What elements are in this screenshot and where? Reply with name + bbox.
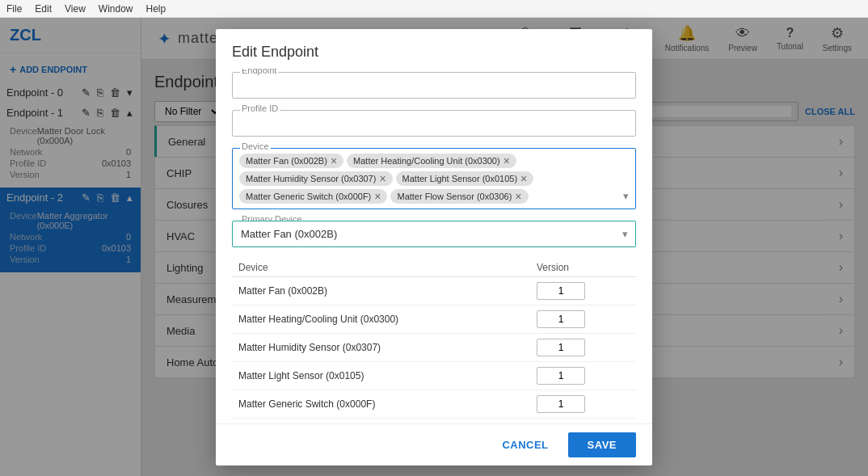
- table-row: Matter Light Sensor (0x0105): [232, 361, 636, 390]
- profile-id-input[interactable]: 0x0103: [232, 110, 636, 137]
- menu-view[interactable]: View: [65, 3, 86, 15]
- endpoint-field: Endpoint 2: [232, 72, 636, 99]
- table-version-cell: [530, 305, 636, 333]
- table-row: Matter Humidity Sensor (0x0307): [232, 333, 636, 361]
- table-device-header: Device: [232, 259, 530, 277]
- modal-overlay: Edit Endpoint Endpoint 2 Profile ID 0x01…: [0, 18, 868, 476]
- profile-id-field: Profile ID 0x0103: [232, 110, 636, 137]
- version-input[interactable]: [537, 395, 585, 413]
- menu-edit[interactable]: Edit: [35, 3, 52, 15]
- device-field-label: Device: [240, 141, 271, 151]
- modal-footer: CANCEL SAVE: [216, 423, 652, 465]
- chip-switch: Matter Generic Switch (0x000F) ×: [239, 189, 387, 204]
- chip-flow-label: Matter Flow Sensor (0x0306): [397, 192, 512, 201]
- table-device-cell: Matter Generic Switch (0x000F): [232, 390, 530, 418]
- save-button[interactable]: SAVE: [568, 432, 636, 457]
- chip-heating-label: Matter Heating/Cooling Unit (0x0300): [353, 156, 500, 166]
- chip-heating-close[interactable]: ×: [504, 155, 510, 166]
- menu-window[interactable]: Window: [99, 3, 133, 15]
- table-device-cell: Matter Light Sensor (0x0105): [232, 361, 530, 390]
- device-chips-container[interactable]: Matter Fan (0x002B) × Matter Heating/Coo…: [232, 148, 636, 209]
- edit-endpoint-modal: Edit Endpoint Endpoint 2 Profile ID 0x01…: [216, 29, 652, 465]
- table-row: Matter Generic Switch (0x000F): [232, 390, 636, 418]
- version-input[interactable]: [537, 282, 585, 300]
- table-row: Matter Fan (0x002B): [232, 276, 636, 305]
- primary-device-select[interactable]: Matter Fan (0x002B) Matter Heating/Cooli…: [232, 221, 636, 247]
- table-version-cell: [530, 361, 636, 390]
- chip-heating: Matter Heating/Cooling Unit (0x0300) ×: [347, 154, 516, 168]
- endpoint-field-label: Endpoint: [240, 69, 278, 75]
- chip-humidity: Matter Humidity Sensor (0x0307) ×: [239, 171, 393, 186]
- table-version-cell: [530, 276, 636, 305]
- chip-flow: Matter Flow Sensor (0x0306) ×: [390, 189, 528, 204]
- table-row: Matter Heating/Cooling Unit (0x0300): [232, 305, 636, 333]
- table-version-cell: [530, 333, 636, 361]
- chip-switch-label: Matter Generic Switch (0x000F): [246, 192, 371, 201]
- device-field: Device Matter Fan (0x002B) × Matter Heat…: [232, 148, 636, 209]
- version-input[interactable]: [537, 310, 585, 328]
- menu-help[interactable]: Help: [146, 3, 166, 15]
- chip-humidity-close[interactable]: ×: [379, 173, 386, 184]
- table-device-cell: Matter Fan (0x002B): [232, 276, 530, 305]
- chip-flow-close[interactable]: ×: [515, 191, 521, 202]
- menu-bar: File Edit View Window Help: [0, 0, 868, 18]
- modal-title: Edit Endpoint: [216, 29, 652, 69]
- chip-light: Matter Light Sensor (0x0105) ×: [396, 171, 534, 186]
- chip-fan: Matter Fan (0x002B) ×: [239, 154, 343, 168]
- device-version-table: Device Version Matter Fan (0x002B) Matte…: [232, 259, 636, 423]
- chip-fan-close[interactable]: ×: [331, 155, 337, 166]
- version-input[interactable]: [537, 339, 585, 356]
- chip-fan-label: Matter Fan (0x002B): [246, 156, 327, 166]
- version-input[interactable]: [537, 367, 585, 385]
- chip-humidity-label: Matter Humidity Sensor (0x0307): [246, 174, 376, 183]
- table-version-cell: [530, 390, 636, 418]
- profile-id-label: Profile ID: [240, 103, 280, 113]
- primary-device-field: Primary Device Matter Fan (0x002B) Matte…: [232, 221, 636, 247]
- table-device-cell: Matter Humidity Sensor (0x0307): [232, 333, 530, 361]
- chip-light-close[interactable]: ×: [520, 173, 527, 184]
- cancel-button[interactable]: CANCEL: [489, 432, 561, 457]
- device-dropdown-arrow: ▾: [623, 190, 629, 202]
- chip-switch-close[interactable]: ×: [374, 191, 381, 202]
- table-version-header: Version: [530, 259, 636, 277]
- menu-file[interactable]: File: [6, 3, 22, 15]
- chip-light-label: Matter Light Sensor (0x0105): [402, 174, 517, 183]
- endpoint-input[interactable]: 2: [232, 72, 636, 99]
- primary-device-select-wrapper: Matter Fan (0x002B) Matter Heating/Cooli…: [232, 221, 636, 247]
- modal-body: Endpoint 2 Profile ID 0x0103 Device Matt…: [216, 69, 652, 423]
- table-device-cell: Matter Heating/Cooling Unit (0x0300): [232, 305, 530, 333]
